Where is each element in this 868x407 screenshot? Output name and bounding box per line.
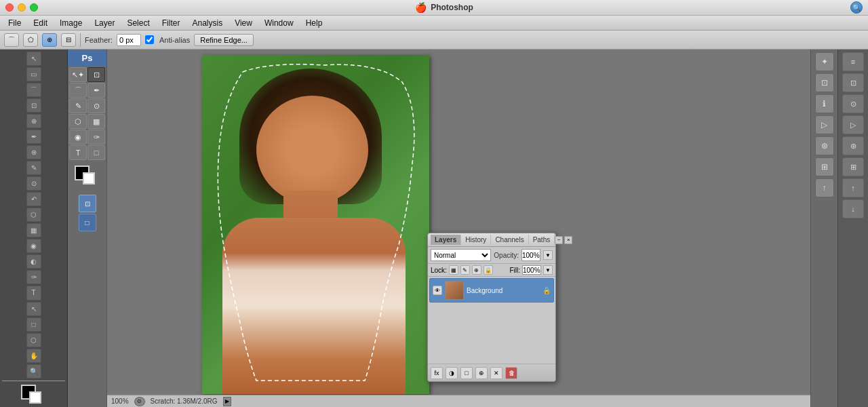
sec-tool-select[interactable]: ⊡: [87, 67, 105, 82]
layer-visibility-btn[interactable]: 👁: [433, 286, 442, 295]
lock-image-btn[interactable]: ✎: [460, 265, 470, 275]
zoom-fit-button[interactable]: ⊙: [134, 397, 145, 406]
tool-eraser[interactable]: ⬡: [26, 208, 41, 222]
fr-btn-7[interactable]: ↑: [842, 178, 864, 197]
sec-tool-blur[interactable]: ◉: [69, 130, 87, 144]
sec-tool-brush[interactable]: ✎: [69, 98, 87, 113]
search-button[interactable]: 🔍: [850, 1, 863, 14]
menu-view[interactable]: View: [229, 17, 258, 29]
blend-mode-select[interactable]: Normal: [431, 249, 491, 261]
layer-new-btn[interactable]: ✕: [490, 367, 502, 379]
sec-tool-shape[interactable]: □: [87, 145, 105, 160]
fr-btn-5[interactable]: ⊛: [842, 136, 864, 155]
secondary-tool-grid: ↖✦ ⊡ ⌒ ✒ ✎ ⊙ ⬡ ▦ ◉ ✑ T □: [68, 66, 106, 161]
menu-layer[interactable]: Layer: [89, 17, 120, 29]
tool-eyedropper[interactable]: ✒: [26, 130, 41, 144]
tool-quick-select[interactable]: ⊡: [26, 98, 41, 113]
tool-history-brush[interactable]: ↶: [26, 192, 41, 206]
tool-shape[interactable]: □: [26, 317, 41, 332]
subtract-option[interactable]: ⊟: [61, 33, 76, 47]
tool-clone[interactable]: ⊙: [26, 176, 41, 191]
tool-dodge[interactable]: ◐: [26, 254, 41, 269]
tab-layers[interactable]: Layers: [431, 235, 461, 245]
anti-alias-checkbox[interactable]: [145, 35, 154, 44]
status-arrow-button[interactable]: ▶: [223, 397, 231, 406]
tool-lasso[interactable]: ⌒: [26, 83, 41, 97]
panel-collapse-btn[interactable]: −: [555, 236, 563, 244]
tool-text[interactable]: T: [26, 286, 41, 300]
close-button[interactable]: [5, 3, 14, 12]
ri-photo-btn[interactable]: ⊡: [815, 73, 834, 92]
menu-filter[interactable]: Filter: [157, 17, 186, 29]
tool-blur[interactable]: ◉: [26, 239, 41, 253]
tool-rect-select[interactable]: ▭: [26, 67, 41, 81]
sec-tool-eyedrop[interactable]: ✒: [87, 83, 105, 98]
menu-analysis[interactable]: Analysis: [186, 17, 228, 29]
quick-mask-btn[interactable]: ⊡: [79, 195, 96, 212]
menu-window[interactable]: Window: [259, 17, 299, 29]
tab-paths[interactable]: Paths: [529, 235, 555, 245]
sec-tool-gradient[interactable]: ▦: [87, 114, 105, 129]
layer-group-btn[interactable]: ⊕: [475, 367, 488, 379]
fill-arrow[interactable]: ▼: [543, 265, 553, 275]
ri-fx-btn[interactable]: ⊛: [815, 136, 834, 155]
tool-3d[interactable]: ⬡: [26, 333, 41, 347]
lock-transparent-btn[interactable]: ▦: [449, 265, 458, 275]
layer-delete-btn[interactable]: 🗑: [505, 367, 517, 379]
fr-btn-1[interactable]: ≡: [842, 52, 864, 71]
tool-gradient[interactable]: ▦: [26, 223, 41, 237]
screen-mode-btn[interactable]: □: [79, 214, 96, 231]
feather-input[interactable]: [117, 34, 141, 46]
tool-brush[interactable]: ✎: [26, 161, 41, 175]
lasso-tool-option[interactable]: ⌒: [4, 33, 19, 47]
ri-grid-btn[interactable]: ⊞: [815, 157, 834, 176]
layer-background[interactable]: 👁 Background 🔒: [429, 278, 554, 303]
menu-image[interactable]: Image: [54, 17, 87, 29]
tool-path-select[interactable]: ↖: [26, 302, 41, 316]
fr-btn-6[interactable]: ⊞: [842, 157, 864, 176]
opacity-input[interactable]: [521, 249, 540, 261]
menu-help[interactable]: Help: [300, 17, 328, 29]
lock-position-btn[interactable]: ⊕: [472, 265, 481, 275]
ri-play-btn[interactable]: ▷: [815, 115, 834, 134]
maximize-button[interactable]: [30, 3, 38, 12]
background-color-swatch[interactable]: [29, 391, 41, 404]
layer-adj-btn[interactable]: □: [460, 367, 473, 379]
fill-input[interactable]: [522, 265, 541, 275]
refine-edge-button[interactable]: Refine Edge...: [194, 34, 254, 46]
opacity-arrow[interactable]: ▼: [543, 250, 553, 260]
ps-tab[interactable]: Ps: [68, 50, 106, 66]
sec-tool-eraser[interactable]: ⬡: [69, 114, 87, 129]
tool-pen[interactable]: ✑: [26, 270, 41, 284]
lock-all-btn[interactable]: 🔒: [484, 265, 493, 275]
tool-crop[interactable]: ⊕: [26, 114, 41, 128]
minimize-button[interactable]: [18, 3, 26, 12]
tool-hand[interactable]: ✋: [26, 349, 41, 363]
fr-btn-2[interactable]: ⊡: [842, 73, 864, 92]
menu-file[interactable]: File: [3, 17, 26, 29]
tool-zoom[interactable]: 🔍: [26, 364, 41, 379]
menu-select[interactable]: Select: [121, 17, 155, 29]
tool-move[interactable]: ↖: [26, 52, 41, 66]
tab-channels[interactable]: Channels: [491, 235, 528, 245]
layer-style-btn[interactable]: fx: [431, 367, 443, 379]
ri-info-btn[interactable]: ℹ: [815, 94, 834, 113]
sec-bg-swatch[interactable]: [83, 172, 95, 185]
tab-history[interactable]: History: [461, 235, 491, 245]
fr-btn-8[interactable]: ↓: [842, 199, 864, 218]
ri-sun-btn[interactable]: ✦: [815, 52, 834, 71]
tool-heal[interactable]: ⊛: [26, 145, 41, 159]
fr-btn-4[interactable]: ▷: [842, 115, 864, 134]
ri-up-btn[interactable]: ↑: [815, 178, 834, 197]
menu-edit[interactable]: Edit: [28, 17, 53, 29]
sec-tool-pen[interactable]: ✑: [87, 130, 105, 144]
sec-tool-text[interactable]: T: [69, 145, 87, 160]
panel-close-btn[interactable]: ×: [564, 236, 572, 244]
magnetic-lasso-option[interactable]: ⊕: [42, 33, 57, 47]
polygonal-lasso-option[interactable]: ⬠: [23, 33, 38, 47]
sec-tool-stamp[interactable]: ⊙: [87, 98, 105, 113]
layer-mask-btn[interactable]: ◑: [446, 367, 458, 379]
sec-tool-lasso[interactable]: ⌒: [69, 83, 87, 98]
fr-btn-3[interactable]: ⊙: [842, 94, 864, 113]
sec-tool-move[interactable]: ↖✦: [69, 67, 87, 82]
